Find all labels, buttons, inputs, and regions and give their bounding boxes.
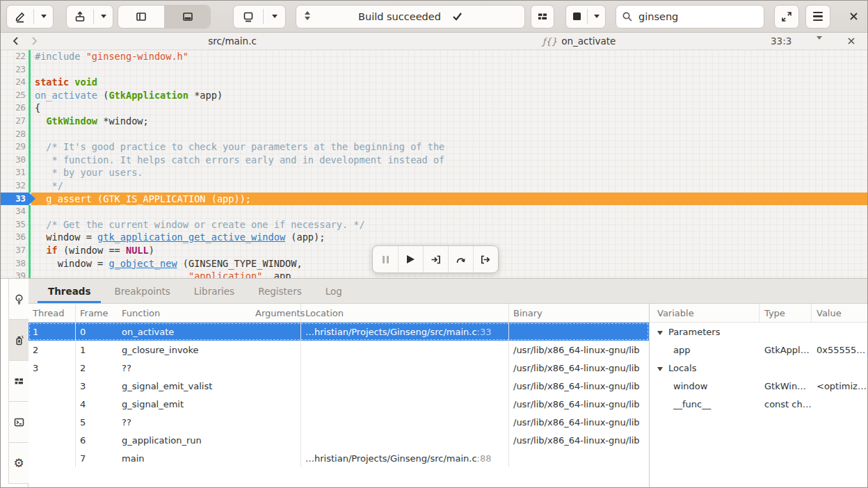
thread-frame-row[interactable]: 10on_activate…hristian/Projects/Ginseng/…: [29, 323, 649, 341]
code-line[interactable]: 26{: [1, 101, 867, 115]
line-number-gutter[interactable]: 39: [1, 270, 31, 278]
line-number-gutter[interactable]: 25: [1, 89, 31, 102]
source-editor[interactable]: 22#include "ginseng-window.h"2324static …: [1, 50, 867, 278]
forward-button[interactable]: [28, 35, 40, 47]
variable-row[interactable]: windowGtkWin…<optimiz…: [650, 377, 867, 395]
dock-build-pipeline-button[interactable]: [9, 361, 29, 402]
line-number-gutter[interactable]: 36: [1, 231, 31, 244]
line-number: 35: [1, 218, 26, 231]
line-number: 39: [1, 270, 26, 278]
line-number-gutter[interactable]: 29: [1, 140, 31, 154]
thread-frame-row[interactable]: 6g_application_run/usr/lib/x86_64-linux-…: [29, 431, 649, 449]
toggle-left-panel-button[interactable]: [118, 6, 164, 28]
thread-frame-row[interactable]: 7main…hristian/Projects/Ginseng/src/main…: [29, 449, 649, 467]
cell: [251, 377, 301, 395]
line-number-gutter[interactable]: 38: [1, 257, 31, 270]
code-line[interactable]: 25on_activate (GtkApplication *app): [1, 89, 867, 102]
column-header-type[interactable]: Type: [760, 304, 812, 322]
code-line[interactable]: 27 GtkWindow *window;: [1, 115, 867, 128]
step-into-button[interactable]: [423, 246, 448, 273]
code-line[interactable]: 23: [1, 63, 867, 76]
column-header-variable[interactable]: Variable: [650, 304, 760, 322]
tab-breakpoints[interactable]: Breakpoints: [102, 279, 182, 303]
line-number-gutter[interactable]: 32: [1, 179, 31, 193]
step-over-button[interactable]: [448, 246, 473, 273]
expander-triangle-icon[interactable]: [657, 367, 663, 371]
line-number-gutter[interactable]: 34: [1, 205, 31, 218]
variable-name: window: [650, 381, 760, 391]
tab-log[interactable]: Log: [314, 279, 354, 303]
line-number-gutter[interactable]: 26: [1, 101, 31, 115]
fullscreen-button[interactable]: [774, 5, 799, 29]
line-number-gutter[interactable]: 27: [1, 115, 31, 128]
open-file-path[interactable]: src/main.c: [208, 35, 257, 47]
build-pipeline-button[interactable]: [531, 5, 554, 29]
line-number-gutter[interactable]: 35: [1, 218, 31, 231]
tab-registers[interactable]: Registers: [246, 279, 314, 303]
thread-frame-row[interactable]: 21g_closure_invoke/usr/lib/x86_64-linux-…: [29, 341, 649, 359]
code-line[interactable]: 30 * function. It helps catch errors ear…: [1, 154, 867, 167]
code-line[interactable]: 32 */: [1, 179, 867, 193]
column-header-thread[interactable]: Thread: [29, 304, 76, 322]
line-number-gutter[interactable]: 33: [1, 193, 31, 206]
variable-group-row[interactable]: Locals: [650, 359, 867, 377]
line-number-gutter[interactable]: 30: [1, 154, 31, 167]
thread-frame-row[interactable]: 3g_signal_emit_valist/usr/lib/x86_64-lin…: [29, 377, 649, 395]
thread-frame-row[interactable]: 32??/usr/lib/x86_64-linux-gnu/lib: [29, 359, 649, 377]
code-line[interactable]: 22#include "ginseng-window.h": [1, 50, 867, 63]
line-number-gutter[interactable]: 22: [1, 50, 31, 63]
dock-terminal-button[interactable]: [9, 402, 29, 443]
dock-debugger-button[interactable]: [9, 320, 29, 361]
thread-frame-row[interactable]: 5??/usr/lib/x86_64-linux-gnu/lib: [29, 413, 649, 431]
code-line[interactable]: 36 window = gtk_application_get_active_w…: [1, 231, 867, 244]
line-number-gutter[interactable]: 24: [1, 76, 31, 89]
column-header-location[interactable]: Location: [301, 304, 509, 322]
code-text: "application", app,: [31, 270, 297, 278]
variable-group-row[interactable]: Parameters: [650, 323, 867, 341]
window-close-button[interactable]: [849, 11, 859, 22]
line-number-gutter[interactable]: 37: [1, 244, 31, 257]
column-header-arguments[interactable]: Arguments: [251, 304, 301, 322]
code-line[interactable]: 29 /* It's good practice to check your p…: [1, 140, 867, 154]
device-chooser-button[interactable]: [233, 5, 286, 29]
current-symbol[interactable]: ƒ{} on_activate: [542, 35, 616, 47]
back-button[interactable]: [10, 35, 22, 47]
line-number-gutter[interactable]: 31: [1, 166, 31, 179]
line-number: 37: [1, 244, 26, 257]
expander-triangle-icon[interactable]: [657, 331, 663, 335]
line-number-gutter[interactable]: 28: [1, 128, 31, 141]
column-header-function[interactable]: Function: [118, 304, 251, 322]
dock-todo-button[interactable]: [9, 279, 29, 320]
step-out-button[interactable]: [473, 246, 498, 273]
code-line[interactable]: 35 /* Get the current window or create o…: [1, 218, 867, 231]
toggle-bottom-panel-button[interactable]: [164, 6, 210, 28]
tab-threads[interactable]: Threads: [36, 279, 102, 303]
code-token: * function. It helps catch errors early …: [35, 154, 444, 165]
code-line[interactable]: 31 * by your users.: [1, 166, 867, 179]
variable-row[interactable]: appGtkAppl…0x55555…: [650, 341, 867, 359]
cell-binary: /usr/lib/x86_64-linux-gnu/lib: [509, 377, 649, 395]
dock-unit-tests-button[interactable]: ⚙: [9, 443, 29, 484]
code-line[interactable]: 34: [1, 205, 867, 218]
code-line[interactable]: 28: [1, 128, 867, 141]
code-token: NULL: [126, 245, 149, 256]
pause-button[interactable]: [373, 246, 398, 273]
omnibar-build-status[interactable]: Build succeeded: [296, 5, 525, 29]
tab-libraries[interactable]: Libraries: [182, 279, 246, 303]
thread-frame-row[interactable]: 4g_signal_emit/usr/lib/x86_64-linux-gnu/…: [29, 395, 649, 413]
stop-build-split-button[interactable]: [565, 5, 606, 29]
code-line[interactable]: 24static void: [1, 76, 867, 89]
column-header-binary[interactable]: Binary: [509, 304, 649, 322]
edit-mode-split-button[interactable]: [6, 5, 54, 29]
close-file-button[interactable]: [846, 36, 856, 46]
line-number: 30: [1, 154, 26, 167]
search-input[interactable]: [637, 10, 748, 23]
code-line[interactable]: 33 g_assert (GTK_IS_APPLICATION (app));: [1, 193, 867, 206]
continue-button[interactable]: [398, 246, 423, 273]
column-header-value[interactable]: Value: [812, 304, 867, 322]
menu-button[interactable]: [805, 5, 830, 29]
line-number-gutter[interactable]: 23: [1, 63, 31, 76]
column-header-frame[interactable]: Frame: [76, 304, 118, 322]
variable-row[interactable]: __func__const ch…: [650, 395, 867, 413]
export-split-button[interactable]: [66, 5, 113, 29]
